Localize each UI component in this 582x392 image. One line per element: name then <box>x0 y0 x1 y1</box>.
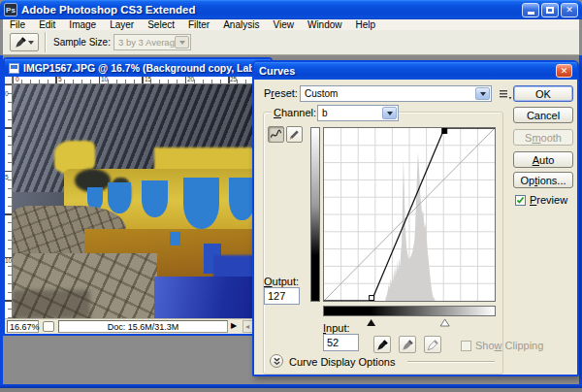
auto-button[interactable]: Auto <box>513 151 573 168</box>
ruler-corner <box>5 77 13 84</box>
document-title: IMGP1567.JPG @ 16.7% (Background copy, L… <box>23 62 267 74</box>
ruler-number: 15 <box>145 76 151 82</box>
zoom-level-value: 16.67% <box>10 322 40 332</box>
photoshop-window: Ps Adobe Photoshop CS3 Extended ✕ File E… <box>0 0 582 392</box>
show-clipping-label: Show Clipping <box>475 340 543 351</box>
curves-dialog: Curves ✕ Preset: Custom OK Cancel Smooth… <box>252 60 579 376</box>
white-point-eyedropper-button[interactable] <box>424 336 441 353</box>
output-field[interactable] <box>264 287 300 305</box>
curves-dialog-titlebar[interactable]: Curves ✕ <box>254 62 577 80</box>
ruler-number: 5 <box>58 76 62 82</box>
desktop-strip <box>0 388 582 392</box>
status-page-icon <box>43 321 54 332</box>
double-chevron-down-icon <box>273 357 281 366</box>
menu-bar: File Edit Image Layer Select Filter Anal… <box>3 19 579 30</box>
photoshop-logo-icon: Ps <box>4 3 17 16</box>
preset-value: Custom <box>305 88 338 99</box>
curves-dialog-body: Preset: Custom OK Cancel Smooth Auto Opt… <box>254 80 577 375</box>
photo-blue-arch <box>183 178 219 229</box>
preset-options-button[interactable] <box>499 88 512 101</box>
menu-window[interactable]: Window <box>301 19 349 30</box>
ruler-number: 20 <box>187 76 194 82</box>
sample-size-dropdown[interactable]: 3 by 3 Average <box>113 34 191 50</box>
options-bar: Sample Size: 3 by 3 Average <box>3 30 579 55</box>
image-canvas[interactable] <box>13 84 271 318</box>
doc-size-value: Doc: 15.6M/31.3M <box>108 322 179 332</box>
ok-button[interactable]: OK <box>513 85 573 102</box>
photo-blue-window <box>170 232 180 245</box>
curve-point-tool-button[interactable] <box>268 126 284 143</box>
preset-label: Preset: <box>264 87 298 99</box>
black-eyedropper-icon <box>376 339 389 351</box>
menu-filter[interactable]: Filter <box>181 19 216 30</box>
curves-close-button[interactable]: ✕ <box>556 64 572 78</box>
curve-display-options-expander[interactable] <box>270 354 283 368</box>
input-field[interactable] <box>323 334 359 351</box>
gray-eyedropper-icon <box>402 339 414 351</box>
menu-image[interactable]: Image <box>62 19 103 30</box>
output-label: Output: <box>264 276 299 287</box>
curve-plot-svg <box>324 128 495 301</box>
document-titlebar[interactable]: IMGP1567.JPG @ 16.7% (Background copy, L… <box>5 59 271 77</box>
smooth-button[interactable]: Smooth <box>513 129 573 146</box>
options-separator <box>45 32 47 52</box>
sample-size-value: 3 by 3 Average <box>118 37 179 48</box>
curve-display-options-label: Curve Display Options <box>289 356 395 368</box>
document-window: IMGP1567.JPG @ 16.7% (Background copy, L… <box>3 57 273 336</box>
channel-dropdown[interactable]: b <box>317 105 399 121</box>
document-file-icon <box>9 63 19 74</box>
minimize-icon <box>528 12 534 15</box>
status-menu-arrow-icon[interactable]: ▶ <box>231 321 237 330</box>
cancel-button[interactable]: Cancel <box>513 107 573 123</box>
photo-blue-arch <box>142 180 168 218</box>
options-button[interactable]: Options... <box>513 172 573 188</box>
close-icon: ✕ <box>561 67 568 76</box>
preset-dropdown[interactable]: Custom <box>300 85 492 102</box>
gray-point-eyedropper-button[interactable] <box>399 336 416 353</box>
menu-select[interactable]: Select <box>141 19 181 30</box>
app-title: Adobe Photoshop CS3 Extended <box>21 4 520 16</box>
pencil-tool-button[interactable] <box>286 126 303 143</box>
close-icon: ✕ <box>566 6 573 15</box>
doc-size-field: Doc: 15.6M/31.3M <box>58 320 228 333</box>
check-icon <box>516 196 525 205</box>
maximize-button[interactable] <box>541 3 559 17</box>
zoom-level-field[interactable]: 16.67% <box>7 320 39 333</box>
menu-analysis[interactable]: Analysis <box>216 19 266 30</box>
curves-dialog-title: Curves <box>259 65 556 77</box>
menu-edit[interactable]: Edit <box>32 19 62 30</box>
close-button[interactable]: ✕ <box>561 3 578 17</box>
show-clipping-checkbox[interactable] <box>461 341 471 351</box>
ruler-number: 25 <box>230 76 237 82</box>
sample-size-dropdown-arrow-icon <box>175 36 189 49</box>
curve-plot-area[interactable] <box>323 127 496 302</box>
ruler-number: 10 <box>5 257 12 264</box>
ruler-number: 10 <box>101 76 108 82</box>
eyedropper-icon <box>15 36 27 49</box>
preview-checkbox[interactable] <box>515 195 526 206</box>
photo-region-shadow <box>13 290 90 318</box>
menu-file[interactable]: File <box>3 19 32 30</box>
app-titlebar[interactable]: Ps Adobe Photoshop CS3 Extended ✕ <box>0 0 582 19</box>
black-point-eyedropper-button[interactable] <box>373 336 391 353</box>
document-statusbar: 16.67% Doc: 15.6M/31.3M ▶ ◂ <box>5 318 271 334</box>
channel-value: b <box>322 108 328 118</box>
preset-options-icon <box>499 88 512 101</box>
preview-label: Preview <box>530 194 567 206</box>
channel-dropdown-arrow-icon <box>382 107 397 119</box>
menu-view[interactable]: View <box>266 19 301 30</box>
separator-line <box>407 361 495 362</box>
minimize-button[interactable] <box>522 3 539 17</box>
pencil-icon <box>288 128 301 141</box>
horizontal-ruler: 0 5 10 15 20 25 <box>13 77 271 84</box>
vertical-ruler: 0 5 10 <box>5 84 13 318</box>
curve-tool-icon <box>270 128 282 141</box>
preset-dropdown-arrow-icon <box>475 87 490 100</box>
ruler-number: 0 <box>5 90 9 97</box>
show-clipping-row: Show Clipping <box>461 340 543 351</box>
menu-layer[interactable]: Layer <box>103 19 141 30</box>
scroll-left-arrow-icon: ◂ <box>245 322 249 331</box>
menu-help[interactable]: Help <box>349 19 383 30</box>
eyedropper-tool-button[interactable] <box>10 33 39 51</box>
output-gradient-bar <box>310 127 320 302</box>
